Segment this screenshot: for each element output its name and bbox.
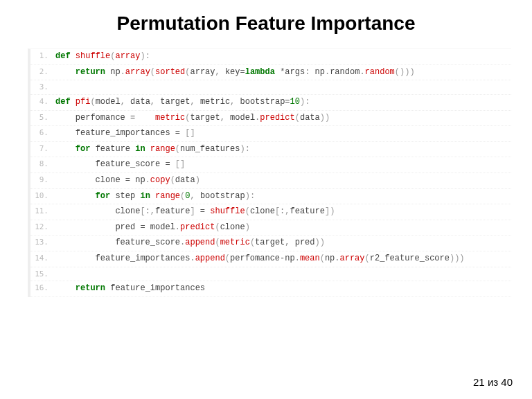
code-content: feature_importances.append(perfomance-np… <box>55 251 465 267</box>
code-content: for step in range(0, bootstrap): <box>55 189 255 204</box>
line-number: 1. <box>30 49 55 63</box>
code-line: 11. clone[:,feature] = shuffle(clone[:,f… <box>30 204 511 220</box>
line-number: 4. <box>30 95 55 109</box>
code-line: 9. clone = np.copy(data) <box>30 173 511 189</box>
code-line: 10. for step in range(0, bootstrap): <box>30 189 511 205</box>
page-indicator: 21 из 40 <box>473 376 513 388</box>
code-line: 14. feature_importances.append(perfomanc… <box>30 251 511 267</box>
code-content: def shuffle(array): <box>55 49 150 64</box>
line-number: 5. <box>30 111 55 125</box>
line-number: 7. <box>30 142 55 156</box>
code-content: feature_importances = [] <box>55 126 195 141</box>
code-line: 12. pred = model.predict(clone) <box>30 220 511 236</box>
code-block: 1.def shuffle(array):2. return np.array(… <box>28 48 511 297</box>
code-line: 3. <box>30 80 511 95</box>
line-number: 8. <box>30 157 55 171</box>
code-content: clone = np.copy(data) <box>55 173 200 188</box>
code-line: 16. return feature_importances <box>30 281 511 297</box>
code-line: 5. perfomance = metric(target, model.pre… <box>30 111 511 127</box>
line-number: 11. <box>30 204 55 218</box>
line-number: 2. <box>30 65 55 79</box>
line-number: 6. <box>30 126 55 140</box>
code-content: return feature_importances <box>55 281 205 296</box>
line-number: 3. <box>30 80 55 94</box>
code-content: feature_score = [] <box>55 157 185 172</box>
code-line: 1.def shuffle(array): <box>30 49 511 65</box>
line-number: 14. <box>30 251 55 265</box>
line-number: 9. <box>30 173 55 187</box>
code-line: 6. feature_importances = [] <box>30 126 511 142</box>
code-content: return np.array(sorted(array, key=lambda… <box>55 65 415 80</box>
code-content: for feature in range(num_features): <box>55 142 250 157</box>
code-line: 4.def pfi(model, data, target, metric, b… <box>30 95 511 111</box>
code-content: clone[:,feature] = shuffle(clone[:,featu… <box>55 204 335 220</box>
line-number: 15. <box>30 267 55 281</box>
code-content: perfomance = metric(target, model.predic… <box>55 111 330 126</box>
line-number: 10. <box>30 189 55 203</box>
code-content: feature_score.append(metric(target, pred… <box>55 236 325 251</box>
line-number: 12. <box>30 220 55 234</box>
code-line: 7. for feature in range(num_features): <box>30 142 511 158</box>
code-content: pred = model.predict(clone) <box>55 220 250 236</box>
code-line: 8. feature_score = [] <box>30 157 511 173</box>
code-content: def pfi(model, data, target, metric, boo… <box>55 95 310 110</box>
code-line: 2. return np.array(sorted(array, key=lam… <box>30 65 511 81</box>
code-line: 15. <box>30 267 511 282</box>
code-line: 13. feature_score.append(metric(target, … <box>30 236 511 251</box>
line-number: 13. <box>30 236 55 249</box>
slide-title: Permutation Feature Importance <box>0 12 532 35</box>
line-number: 16. <box>30 281 55 295</box>
